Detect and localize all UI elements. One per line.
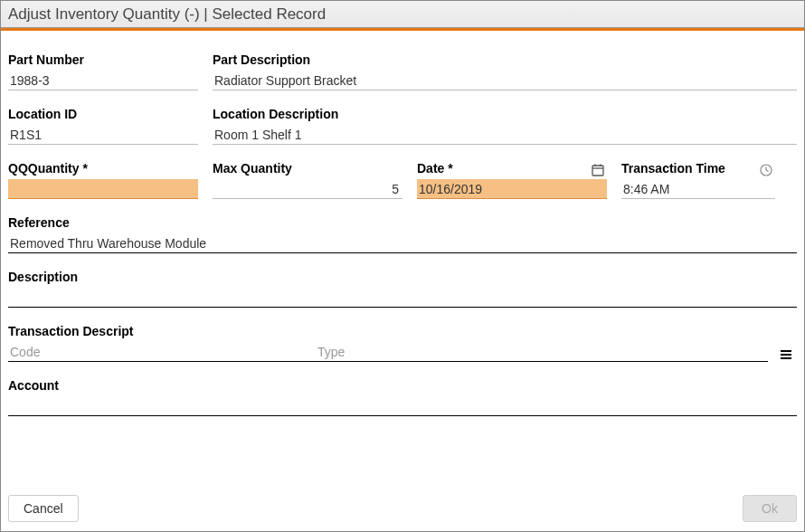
label-location-id: Location ID xyxy=(8,107,198,121)
label-description: Description xyxy=(8,270,797,284)
input-td-type[interactable] xyxy=(316,342,768,362)
label-qq-quantity: QQQuantity * xyxy=(8,161,198,176)
label-transaction-descript: Transaction Descript xyxy=(8,324,797,338)
input-transaction-time[interactable] xyxy=(621,179,775,199)
field-location-id: Location ID xyxy=(8,107,198,145)
row-qty-date: QQQuantity * Max Quantity Date * xyxy=(8,161,797,199)
input-date[interactable] xyxy=(417,179,607,199)
svg-rect-7 xyxy=(781,350,791,352)
input-location-description[interactable] xyxy=(213,125,797,145)
label-reference: Reference xyxy=(8,215,797,230)
form-content: Part Number Part Description Location ID… xyxy=(1,31,804,531)
input-max-quantity[interactable] xyxy=(213,179,402,199)
field-location-description: Location Description xyxy=(213,107,797,145)
input-reference[interactable] xyxy=(8,233,797,253)
svg-rect-9 xyxy=(781,357,791,359)
row-location: Location ID Location Description xyxy=(8,107,797,145)
dialog-footer: Cancel Ok xyxy=(1,491,804,531)
label-account: Account xyxy=(8,378,797,393)
field-transaction-descript: Transaction Descript xyxy=(8,324,797,362)
input-location-id[interactable] xyxy=(8,125,198,145)
row-description: Description xyxy=(8,270,797,308)
label-part-description: Part Description xyxy=(213,52,797,67)
field-qq-quantity: QQQuantity * xyxy=(8,161,198,199)
input-qq-quantity[interactable] xyxy=(8,179,198,199)
window-titlebar: Adjust Inventory Quantity (-) | Selected… xyxy=(1,1,804,28)
input-part-number[interactable] xyxy=(8,71,198,90)
input-part-description[interactable] xyxy=(213,71,797,90)
label-date: Date * xyxy=(417,161,607,176)
label-transaction-time: Transaction Time xyxy=(621,161,775,176)
label-max-quantity: Max Quantity xyxy=(213,161,402,176)
svg-line-6 xyxy=(766,170,769,172)
transaction-descript-row xyxy=(8,342,797,362)
label-part-number: Part Number xyxy=(8,52,198,67)
svg-rect-0 xyxy=(592,166,603,176)
field-description: Description xyxy=(8,270,797,308)
field-max-quantity: Max Quantity xyxy=(213,161,402,199)
row-account: Account xyxy=(8,378,797,416)
clock-icon[interactable] xyxy=(759,163,773,177)
field-account: Account xyxy=(8,378,797,416)
row-reference: Reference xyxy=(8,215,797,253)
ok-button[interactable]: Ok xyxy=(743,495,797,522)
svg-rect-8 xyxy=(781,354,791,356)
input-description[interactable] xyxy=(8,288,797,308)
field-part-number: Part Number xyxy=(8,52,198,90)
menu-icon[interactable] xyxy=(775,347,797,362)
window-title: Adjust Inventory Quantity (-) | Selected… xyxy=(8,5,326,24)
label-location-description: Location Description xyxy=(213,107,797,121)
dialog-window: Adjust Inventory Quantity (-) | Selected… xyxy=(0,0,805,532)
cancel-button[interactable]: Cancel xyxy=(8,495,79,522)
field-transaction-time: Transaction Time xyxy=(621,161,775,199)
input-td-code[interactable] xyxy=(8,342,316,362)
calendar-icon[interactable] xyxy=(591,163,605,177)
field-reference: Reference xyxy=(8,215,797,253)
input-account[interactable] xyxy=(8,396,797,416)
row-part: Part Number Part Description xyxy=(8,52,797,90)
field-part-description: Part Description xyxy=(213,52,797,90)
field-date: Date * xyxy=(417,161,607,199)
